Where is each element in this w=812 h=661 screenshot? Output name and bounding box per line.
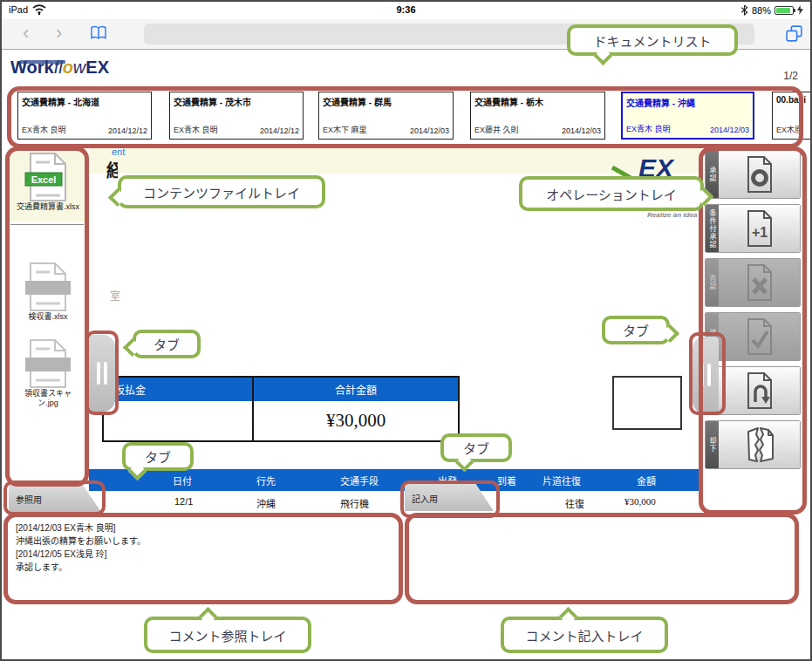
page-indicator: 1/2 xyxy=(783,70,798,82)
plus-one-document-icon: +1 xyxy=(719,205,800,252)
confirm-button[interactable]: 確認 xyxy=(705,312,801,361)
comment-line: 沖縄出張の精算をお願いします。 xyxy=(16,535,392,548)
cross-document-icon xyxy=(719,259,800,306)
document-card[interactable]: 00.basi EX木原 xyxy=(772,92,812,140)
document-card[interactable]: 交通費精算 - 群馬 EX木下 麻里 2014/12/03 xyxy=(318,92,454,140)
document-card[interactable]: 交通費精算 - 栃木 EX藤井 久則 2014/12/03 xyxy=(470,92,605,140)
callout-operation-tray: オペレーショントレイ xyxy=(519,176,704,211)
summary-total-value: ¥30,000 xyxy=(254,401,458,440)
torn-document-icon xyxy=(719,421,800,468)
comment-reference-tray[interactable]: [2014/12/03 EX青木 良明] 沖縄出張の精算をお願いします。 [20… xyxy=(7,514,401,602)
tray-divider xyxy=(10,224,84,225)
callout-tab-left: タブ xyxy=(133,330,201,358)
deny-label: 否認 xyxy=(706,259,719,306)
check-document-icon xyxy=(719,313,800,360)
approve-document-icon xyxy=(719,151,800,198)
charging-bolt-icon xyxy=(797,5,803,15)
u-turn-document-icon xyxy=(719,367,800,414)
operation-tray: 承認 条件付承認 +1 否認 xyxy=(702,148,805,513)
summary-col-total: 合計金額 xyxy=(254,378,458,401)
forward-button[interactable]: › xyxy=(56,22,62,44)
document-title: 交通費精算 - 栃木 xyxy=(474,95,543,108)
document-fragment-text: ent xyxy=(112,147,125,157)
reject-label: 却下 xyxy=(706,421,719,468)
cell-destination: 沖縄 xyxy=(256,496,276,510)
document-date: 2014/12/12 xyxy=(260,126,299,135)
cell-amount: ¥30,000 xyxy=(624,496,656,507)
document-title: 交通費精算 - 群馬 xyxy=(323,95,392,108)
document-author: EX青木 良明 xyxy=(626,123,671,134)
comment-line: [2014/12/03 EX青木 良明] xyxy=(16,521,392,535)
tab-entry-label: 記入用 xyxy=(412,492,438,505)
callout-tab-reference: タブ xyxy=(122,442,194,471)
file-item-jpg[interactable]: 領収書スキャン.jpg xyxy=(9,338,87,408)
conditional-approve-label: 条件付承認 xyxy=(706,205,719,252)
col-amount: 金額 xyxy=(637,474,656,487)
clock: 9:36 xyxy=(2,4,810,15)
document-date: 2014/12/03 xyxy=(710,126,749,134)
col-destination: 行先 xyxy=(256,474,276,487)
document-date: 2014/12/03 xyxy=(410,126,449,135)
conditional-approve-button[interactable]: 条件付承認 +1 xyxy=(705,204,801,253)
reject-button[interactable]: 却下 xyxy=(705,420,801,469)
col-date: 日付 xyxy=(173,474,192,487)
summary-col-advance: 仮払金 xyxy=(104,378,254,401)
col-arrival: 到着 xyxy=(497,474,516,487)
callout-content-file-tray: コンテンツファイルトレイ xyxy=(118,175,325,208)
comment-line: [2014/12/05 EX浅見 玲] xyxy=(16,548,392,561)
document-fragment-room: 室 xyxy=(110,288,120,303)
back-button[interactable]: ‹ xyxy=(23,22,29,44)
document-author: EX青木 良明 xyxy=(22,124,66,135)
content-file-tray: Excel 交通費精算書.xlsx 検収書.xlsx 領収書スキ xyxy=(9,148,87,485)
detail-table-row: 12/1 沖縄 飛行機 羽田 往復 ¥30,000 沖縄出張 xyxy=(89,491,702,514)
file-name: 領収書スキャン.jpg xyxy=(15,389,81,408)
detail-table-header: 日付 行先 交通手段 出発 到着 片道往復 金額 xyxy=(89,469,702,491)
callout-document-list: ドキュメントリスト xyxy=(567,24,738,56)
document-author: EX青木 良明 xyxy=(174,124,218,135)
tab-reference-label: 参照用 xyxy=(16,493,42,506)
document-fragment-kanji: 経 xyxy=(106,157,118,180)
file-item-xlsx[interactable]: 検収書.xlsx xyxy=(9,262,87,322)
document-author: EX藤井 久則 xyxy=(474,124,519,135)
document-title: 交通費精算 - 北海道 xyxy=(22,95,99,108)
cell-trip-type: 往復 xyxy=(565,496,584,510)
summary-advance-value xyxy=(104,401,254,440)
document-card[interactable]: 交通費精算 - 茂木市 EX青木 良明 2014/12/12 xyxy=(169,92,304,140)
bluetooth-icon xyxy=(740,4,748,16)
callout-tab-entry: タブ xyxy=(440,433,512,462)
comment-entry-tray[interactable] xyxy=(406,514,797,602)
col-transport: 交通手段 xyxy=(340,474,379,487)
document-title: 交通費精算 - 沖縄 xyxy=(626,96,695,109)
document-author: EX木下 麻里 xyxy=(323,124,367,135)
excel-file-icon: Excel xyxy=(24,152,72,202)
document-card-selected[interactable]: 交通費精算 - 沖縄 EX青木 良明 2014/12/03 xyxy=(621,92,754,140)
bookmarks-icon[interactable] xyxy=(89,25,108,44)
svg-text:Excel: Excel xyxy=(31,174,57,185)
document-file-icon xyxy=(24,262,72,312)
tray-tab-handle-left[interactable] xyxy=(89,335,115,412)
workflowex-logo: WorkflowEX xyxy=(10,58,109,78)
cell-transport: 飛行機 xyxy=(340,496,369,510)
app-header: WorkflowEX 1/2 xyxy=(2,51,810,85)
battery-percent: 88% xyxy=(752,5,771,16)
comment-line: 承認します。 xyxy=(16,561,392,574)
tab-reference[interactable]: 参照用 xyxy=(9,485,101,512)
tray-tab-handle-right[interactable] xyxy=(693,337,719,413)
approve-button[interactable]: 承認 xyxy=(705,150,801,199)
summary-table: 仮払金 合計金額 ¥30,000 xyxy=(102,376,460,442)
file-name: 交通費精算書.xlsx xyxy=(9,202,87,212)
approval-stamp-box xyxy=(612,376,682,430)
document-date: 2014/12/12 xyxy=(108,126,147,135)
col-trip-type: 片道往復 xyxy=(542,474,581,487)
file-item-excel[interactable]: Excel 交通費精算書.xlsx xyxy=(9,152,87,212)
deny-button[interactable]: 否認 xyxy=(705,258,801,307)
file-name: 検収書.xlsx xyxy=(9,312,87,322)
tabs-icon[interactable] xyxy=(785,24,803,46)
send-back-button[interactable]: 差し戻し xyxy=(705,366,801,415)
callout-tab-right: タブ xyxy=(602,316,670,344)
document-date: 2014/12/03 xyxy=(562,126,601,135)
document-title: 交通費精算 - 茂木市 xyxy=(174,95,251,108)
cell-date: 12/1 xyxy=(174,496,193,507)
document-card[interactable]: 交通費精算 - 北海道 EX青木 良明 2014/12/12 xyxy=(17,92,152,140)
ipad-screen: iPad 9:36 88% ‹ › xyxy=(0,0,812,661)
